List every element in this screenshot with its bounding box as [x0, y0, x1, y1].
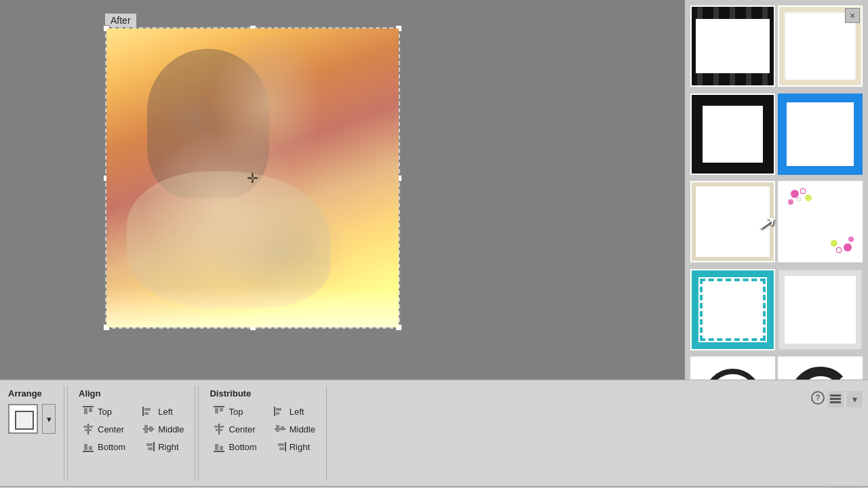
- align-center-label: Center: [98, 424, 124, 434]
- svg-point-7: [831, 240, 837, 247]
- align-bottom-button[interactable]: Bottom: [79, 439, 128, 454]
- svg-rect-44: [285, 442, 286, 451]
- svg-rect-49: [830, 401, 841, 403]
- frame-item-black[interactable]: [690, 94, 775, 175]
- svg-rect-32: [274, 407, 275, 416]
- svg-rect-26: [153, 442, 155, 451]
- svg-point-5: [844, 243, 852, 251]
- help-icon[interactable]: ?: [811, 391, 825, 405]
- svg-rect-40: [281, 426, 284, 430]
- svg-rect-30: [215, 408, 218, 413]
- distribute-middle-button[interactable]: Middle: [271, 422, 318, 436]
- frame-item-blue[interactable]: [778, 94, 863, 175]
- photo-vignette: [106, 287, 399, 327]
- svg-point-4: [797, 197, 801, 201]
- svg-rect-31: [220, 408, 223, 411]
- align-top-button[interactable]: Top: [79, 404, 128, 419]
- distribute-right-button[interactable]: Right: [271, 439, 318, 454]
- distribute-left-icon: [273, 405, 287, 418]
- arrange-content: ▾: [8, 404, 56, 434]
- svg-rect-41: [214, 451, 224, 452]
- toolbar-main: Arrange ▾ Align: [0, 380, 868, 486]
- align-section: Align Top: [71, 386, 195, 481]
- svg-rect-15: [144, 408, 151, 411]
- svg-rect-42: [215, 444, 218, 450]
- image-frame[interactable]: ✛: [105, 27, 400, 329]
- frame-item-circle[interactable]: [690, 357, 775, 380]
- svg-rect-48: [830, 398, 841, 400]
- svg-rect-36: [214, 426, 224, 428]
- circle-frame-preview: [704, 369, 762, 380]
- svg-point-2: [805, 195, 812, 201]
- distribute-bottom-icon: [212, 441, 226, 453]
- svg-point-6: [836, 247, 842, 253]
- chevron-down-icon: ▾: [47, 414, 52, 424]
- floral-frame-preview: [779, 182, 861, 261]
- svg-rect-14: [142, 407, 144, 416]
- distribute-bottom-label: Bottom: [229, 442, 256, 452]
- svg-rect-24: [84, 444, 87, 450]
- photo-background: [106, 28, 399, 327]
- film-frame-preview: [692, 7, 774, 85]
- svg-rect-39: [276, 425, 279, 432]
- svg-rect-21: [144, 425, 148, 433]
- svg-rect-46: [279, 447, 284, 450]
- close-button[interactable]: ×: [845, 8, 860, 23]
- align-right-button[interactable]: Right: [139, 439, 186, 454]
- arc-frame-preview: [790, 367, 851, 380]
- distribute-title: Distribute: [210, 388, 317, 399]
- svg-rect-16: [144, 412, 149, 415]
- align-top-label: Top: [98, 407, 112, 417]
- frame-item-film[interactable]: [690, 5, 775, 87]
- align-title: Align: [79, 388, 186, 399]
- align-middle-icon: [142, 423, 155, 435]
- toolbar-right: ? ▾: [806, 386, 868, 481]
- svg-point-1: [800, 188, 806, 194]
- list-view-icon: [830, 394, 841, 404]
- distribute-left-button[interactable]: Left: [271, 404, 318, 419]
- frame-item-arc[interactable]: [778, 357, 863, 380]
- distribute-bottom-button[interactable]: Bottom: [210, 439, 259, 454]
- distribute-center-button[interactable]: Center: [210, 422, 259, 436]
- align-right-label: Right: [158, 442, 178, 452]
- more-options-button[interactable]: ▾: [846, 391, 863, 407]
- black-frame-preview: [692, 95, 774, 174]
- frame-item-floral[interactable]: [778, 181, 863, 262]
- frame-item-beige[interactable]: [690, 181, 775, 262]
- floral-top-left: [783, 186, 820, 225]
- svg-rect-13: [89, 408, 92, 412]
- svg-rect-33: [276, 408, 281, 411]
- align-left-label: Left: [158, 407, 173, 417]
- align-bottom-label: Bottom: [98, 442, 125, 452]
- svg-rect-27: [146, 443, 153, 446]
- arrange-dropdown[interactable]: ▾: [42, 404, 56, 434]
- svg-rect-12: [84, 408, 87, 414]
- distribute-top-button[interactable]: Top: [210, 404, 259, 419]
- align-middle-button[interactable]: Middle: [139, 422, 186, 436]
- svg-rect-43: [220, 446, 223, 450]
- align-top-icon: [81, 405, 95, 418]
- chevron-down-icon-2: ▾: [852, 394, 857, 405]
- stamp-frame-preview: [779, 270, 861, 349]
- distribute-right-label: Right: [290, 442, 310, 452]
- svg-point-3: [788, 199, 793, 205]
- align-left-button[interactable]: Left: [139, 404, 186, 419]
- svg-rect-45: [278, 443, 284, 446]
- separator-1: [67, 386, 68, 481]
- image-content: ✛: [106, 28, 399, 327]
- film-frame-inner: [696, 19, 770, 73]
- svg-point-0: [791, 190, 799, 198]
- list-view-button[interactable]: [827, 391, 844, 407]
- svg-rect-18: [83, 426, 93, 428]
- arrange-icon[interactable]: [8, 404, 38, 434]
- frame-item-stamp[interactable]: [778, 269, 863, 350]
- svg-point-8: [848, 237, 854, 242]
- svg-rect-47: [830, 394, 841, 396]
- svg-point-9: [795, 371, 846, 380]
- align-center-button[interactable]: Center: [79, 422, 128, 436]
- distribute-center-label: Center: [229, 424, 255, 434]
- align-middle-label: Middle: [158, 424, 184, 434]
- svg-rect-19: [85, 429, 92, 431]
- frame-item-teal[interactable]: [690, 269, 775, 350]
- svg-rect-25: [89, 446, 92, 450]
